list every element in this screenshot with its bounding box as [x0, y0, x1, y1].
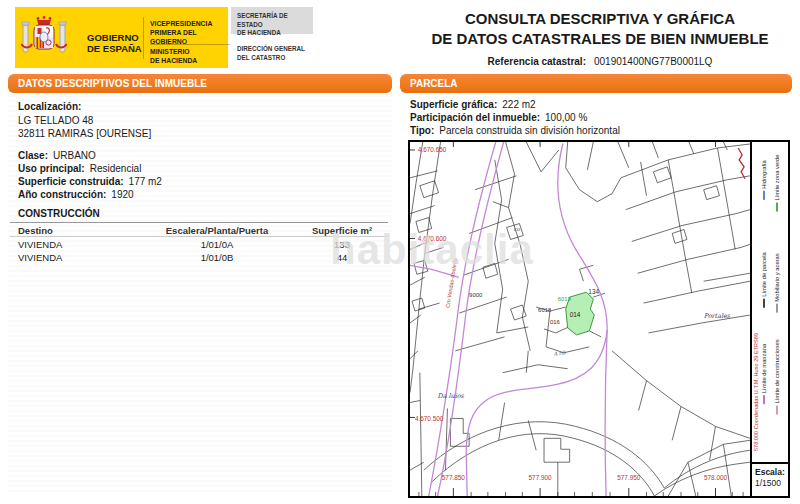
map-label-016: 016 — [550, 319, 561, 325]
gobierno-de-espana-label: GOBIERNO DE ESPAÑA — [87, 32, 142, 55]
map-label-6019: 6019 — [558, 296, 572, 302]
coord-label-x1: 577.850 — [442, 474, 466, 481]
localizacion-label: Localización: — [18, 101, 81, 112]
north-red-mark — [738, 148, 745, 179]
referencia-label: Referencia catastral: — [488, 56, 586, 67]
gobierno-logo: GOBIERNO DE ESPAÑA VICEPRESIDENCIA PRIME… — [15, 7, 228, 68]
secretaria-box: SECRETARÍA DE ESTADO DE HACIENDA — [231, 7, 313, 34]
direccion-catastro-label: DIRECCIÓN GENERAL DEL CATASTRO — [237, 45, 305, 62]
legend-hidrografia: Hidrografía — [761, 160, 767, 200]
legend-limite-parcela: Límite de parcela — [761, 252, 767, 307]
section-header-datos-descriptivos: DATOS DESCRIPTIVOS DEL INMUEBLE — [8, 74, 392, 93]
section-header-parcela: PARCELA — [400, 74, 792, 93]
table-rule-header — [10, 236, 388, 237]
vicepresidencia-label: VICEPRESIDENCIA PRIMERA DEL GOBIERNO — [150, 20, 228, 46]
map-label-daluios: Da luios — [438, 392, 465, 400]
coord-label-y1: 4.670.650 — [418, 146, 447, 153]
map-label-portales: Portales — [704, 312, 731, 320]
field-tipo: Tipo:Parcela construida sin división hor… — [410, 125, 620, 136]
legend-limite-zona-verde: Límite zona verde — [774, 154, 780, 211]
map-label-arib: A rib — [552, 349, 567, 357]
field-uso-principal: Uso principal:Residencial — [18, 163, 141, 174]
field-clase: Clase:URBANO — [18, 150, 96, 161]
coord-label-x2: 577.900 — [529, 474, 553, 481]
datos-descriptivos-body: Localización: LG TELLADO 48 32811 RAMIRA… — [8, 95, 392, 495]
map-label-co: co — [513, 226, 520, 232]
field-ano-construccion: Año construcción:1920 — [18, 189, 134, 200]
logo-divider-2 — [150, 44, 230, 45]
title-line-2: DE DATOS CATASTRALES DE BIEN INMUEBLE — [408, 29, 792, 49]
address-line-2: 32811 RAMIRAS [OURENSE] — [18, 128, 151, 139]
referencia-catastral: Referencia catastral:001901400NG77B0001L… — [408, 56, 792, 67]
title-line-1: CONSULTA DESCRIPTIVA Y GRÁFICA — [408, 9, 792, 29]
document-title: CONSULTA DESCRIPTIVA Y GRÁFICA DE DATOS … — [408, 9, 792, 67]
scale-box: Escala: 1/1500 — [752, 462, 788, 496]
map-legend: Límite de manzana Límite de construccion… — [750, 142, 788, 496]
coord-label-x4: 578.000 — [704, 474, 728, 481]
table-rule-top — [10, 222, 388, 223]
scale-value: 1/1500 — [755, 478, 785, 489]
ministerio-label: MINISTERIO DE HACIENDA — [150, 48, 197, 66]
field-superficie-construida: Superficie construida:177 m2 — [18, 176, 162, 187]
logo-divider — [143, 17, 144, 59]
construccion-title: CONSTRUCCIÓN — [18, 208, 100, 219]
legend-limite-construcciones: Límite de construcciones — [774, 339, 780, 414]
map-label-6018: 6018 — [538, 307, 552, 313]
street-label: Cm Vendas-Abeledo — [445, 258, 459, 308]
cadastral-map: 4.670.650 4.670.600 4.670.500 577.850 57… — [408, 140, 790, 498]
map-label-014: 014 — [570, 311, 581, 318]
scale-label: Escala: — [755, 467, 785, 478]
coord-label-x3: 577.950 — [617, 474, 641, 481]
referencia-value: 001901400NG77B0001LQ — [594, 56, 712, 67]
field-participacion: Participación del inmueble:100,00 % — [410, 112, 587, 123]
map-label-9000: 9000 — [469, 292, 483, 298]
spain-coat-of-arms-icon — [21, 12, 67, 62]
legend-mobiliario-aceras: Mobiliario y aceras — [774, 253, 780, 312]
cadastral-document: GOBIERNO DE ESPAÑA VICEPRESIDENCIA PRIME… — [0, 0, 800, 504]
secretaria-label: SECRETARÍA DE ESTADO DE HACIENDA — [237, 12, 313, 38]
legend-limite-manzana: Límite de manzana — [761, 344, 767, 404]
field-superficie-grafica: Superficie gráfica:222 m2 — [410, 99, 536, 110]
coord-label-y2: 4.670.600 — [418, 235, 447, 242]
map-label-134: 134 — [588, 288, 599, 295]
coord-label-y3: 4.670.500 — [415, 415, 444, 422]
cadastral-map-drawing: 4.670.650 4.670.600 4.670.500 577.850 57… — [410, 142, 750, 496]
utm-coordinates-note: 578.000 Coordenadas U.T.M. Huso 29 ETRS8… — [753, 333, 759, 451]
address-line-1: LG TELLADO 48 — [18, 115, 93, 126]
